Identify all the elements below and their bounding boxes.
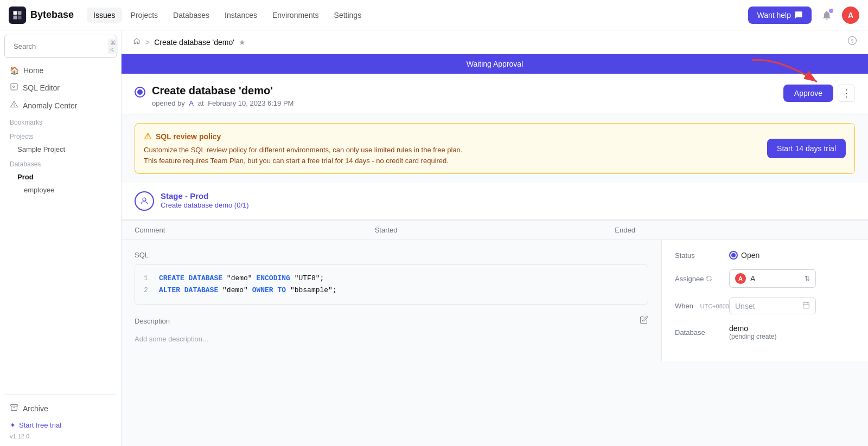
when-field: When UTC+0800 Unset bbox=[675, 298, 855, 314]
nav-item-environments[interactable]: Environments bbox=[266, 8, 326, 23]
archive-label: Archive bbox=[23, 404, 48, 413]
sidebar-item-prod[interactable]: Prod bbox=[4, 170, 117, 184]
description-header: Description bbox=[135, 315, 648, 326]
when-unset: Unset bbox=[735, 302, 755, 311]
start-trial-button[interactable]: Start 14 days trial bbox=[767, 139, 846, 158]
code-line-2: 2 ALTER DATABASE "demo" OWNER TO "bbsamp… bbox=[144, 285, 639, 296]
status-label: Status bbox=[675, 251, 729, 260]
nav-item-issues[interactable]: Issues bbox=[87, 8, 122, 23]
nav-items: Issues Projects Databases Instances Envi… bbox=[87, 8, 748, 23]
sidebar-item-label: Home bbox=[23, 66, 43, 75]
assignee-avatar: A bbox=[735, 273, 746, 284]
description-label: Description bbox=[135, 317, 170, 325]
sql-review-title: ⚠ SQL review policy bbox=[144, 131, 846, 141]
sidebar-item-employee[interactable]: employee bbox=[4, 184, 117, 196]
code-line-1: 1 CREATE DATABASE "demo" ENCODING "UTF8"… bbox=[144, 273, 639, 285]
svg-rect-10 bbox=[803, 302, 809, 308]
code-content-2: ALTER DATABASE "demo" OWNER TO "bbsample… bbox=[159, 285, 337, 296]
sidebar-item-sample-project[interactable]: Sample Project bbox=[4, 143, 117, 156]
start-free-trial-button[interactable]: ✦ Start free trial bbox=[4, 417, 117, 433]
svg-rect-5 bbox=[10, 405, 17, 406]
issue-header: Create database 'demo' opened by A at Fe… bbox=[122, 74, 868, 114]
top-navigation: Bytebase Issues Projects Databases Insta… bbox=[0, 0, 868, 30]
assignee-field: Assignee A A ⇅ bbox=[675, 269, 855, 288]
table-col-comment: Comment bbox=[135, 226, 375, 234]
archive-icon bbox=[10, 403, 18, 413]
search-bar[interactable]: ⌘ K bbox=[4, 35, 117, 58]
sidebar-item-home[interactable]: 🏠 Home bbox=[4, 62, 117, 79]
nav-right: Want help A bbox=[748, 7, 859, 24]
version-label: v1.12.0 bbox=[4, 433, 117, 442]
start-trial-label: Start free trial bbox=[19, 421, 61, 429]
nav-item-settings[interactable]: Settings bbox=[328, 8, 368, 23]
database-status: (pending create) bbox=[729, 333, 855, 340]
want-help-button[interactable]: Want help bbox=[748, 7, 812, 24]
database-field: Database demo (pending create) bbox=[675, 324, 855, 340]
main-layout: ⌘ K 🏠 Home SQL Editor Anomaly Center Boo… bbox=[0, 30, 868, 446]
bookmarks-label: Bookmarks bbox=[4, 114, 117, 128]
databases-label: Databases bbox=[4, 156, 117, 170]
search-input[interactable] bbox=[14, 42, 105, 50]
code-block: 1 CREATE DATABASE "demo" ENCODING "UTF8"… bbox=[135, 264, 648, 305]
description-placeholder[interactable]: Add some description... bbox=[135, 331, 648, 347]
stage-section: Stage - Prod Create database demo (0/1) bbox=[122, 183, 868, 220]
status-field: Status Open bbox=[675, 251, 855, 260]
home-icon: 🏠 bbox=[10, 66, 19, 75]
trial-icon: ✦ bbox=[10, 421, 16, 429]
svg-rect-4 bbox=[11, 83, 17, 90]
assignee-label: Assignee bbox=[675, 275, 729, 283]
line-num-1: 1 bbox=[144, 273, 152, 285]
issue-info: Create database 'demo' opened by A at Fe… bbox=[152, 85, 293, 107]
warning-icon: ⚠ bbox=[144, 131, 151, 141]
issue-title: Create database 'demo' bbox=[152, 85, 293, 97]
status-text: Open bbox=[741, 251, 760, 260]
sidebar-item-sql-editor[interactable]: SQL Editor bbox=[4, 79, 117, 96]
favorite-star-icon[interactable]: ★ bbox=[239, 38, 246, 47]
sidebar-item-anomaly-center[interactable]: Anomaly Center bbox=[4, 96, 117, 114]
opened-by-link[interactable]: A bbox=[189, 99, 194, 107]
table-header: Comment Started Ended bbox=[122, 220, 868, 240]
notification-dot bbox=[829, 9, 833, 13]
select-arrow-icon: ⇅ bbox=[805, 275, 810, 282]
notification-icon[interactable] bbox=[818, 7, 835, 24]
breadcrumb: > Create database 'demo' ★ bbox=[122, 30, 868, 54]
edit-icon[interactable] bbox=[640, 315, 648, 326]
status-value: Open bbox=[729, 251, 855, 260]
sidebar: ⌘ K 🏠 Home SQL Editor Anomaly Center Boo… bbox=[0, 30, 122, 446]
sql-label: SQL bbox=[135, 251, 648, 259]
stage-sub-link[interactable]: Create database demo (0/1) bbox=[161, 201, 249, 209]
when-select[interactable]: Unset bbox=[729, 298, 816, 314]
help-icon[interactable] bbox=[847, 36, 857, 48]
svg-rect-3 bbox=[18, 15, 22, 19]
issue-actions: Approve ⋮ bbox=[783, 85, 855, 102]
opened-at-date: February 10, 2023 6:19 PM bbox=[208, 99, 293, 107]
calendar-icon bbox=[802, 301, 810, 311]
issue-meta: opened by A at February 10, 2023 6:19 PM bbox=[152, 99, 293, 107]
sidebar-item-label: Anomaly Center bbox=[23, 101, 77, 110]
stage-avatar bbox=[135, 191, 154, 211]
main-panel: SQL 1 CREATE DATABASE "demo" ENCODING "U… bbox=[122, 240, 662, 361]
nav-item-databases[interactable]: Databases bbox=[167, 8, 216, 23]
sidebar-item-archive[interactable]: Archive bbox=[4, 399, 117, 417]
nav-item-instances[interactable]: Instances bbox=[218, 8, 264, 23]
when-label: When UTC+0800 bbox=[675, 302, 729, 310]
projects-label: Projects bbox=[4, 128, 117, 143]
home-breadcrumb[interactable] bbox=[132, 37, 141, 47]
more-options-button[interactable]: ⋮ bbox=[838, 85, 855, 102]
stage-info: Stage - Prod Create database demo (0/1) bbox=[161, 191, 249, 209]
search-shortcut: ⌘ K bbox=[108, 38, 118, 54]
issue-status-radio bbox=[135, 87, 145, 98]
database-label: Database bbox=[675, 328, 729, 337]
content-area: > Create database 'demo' ★ Waiting Appro… bbox=[122, 30, 868, 446]
sidebar-item-label: SQL Editor bbox=[23, 83, 60, 92]
assignee-select[interactable]: A A ⇅ bbox=[729, 269, 816, 288]
issue-radio-inner bbox=[137, 89, 143, 95]
red-arrow bbox=[736, 55, 833, 93]
svg-point-6 bbox=[848, 37, 857, 45]
nav-item-projects[interactable]: Projects bbox=[124, 8, 165, 23]
database-value: demo (pending create) bbox=[729, 324, 855, 340]
when-help-icon bbox=[695, 303, 696, 309]
user-avatar[interactable]: A bbox=[842, 7, 859, 24]
database-name: demo bbox=[729, 324, 855, 333]
stage-link[interactable]: Stage - Prod bbox=[161, 191, 208, 201]
